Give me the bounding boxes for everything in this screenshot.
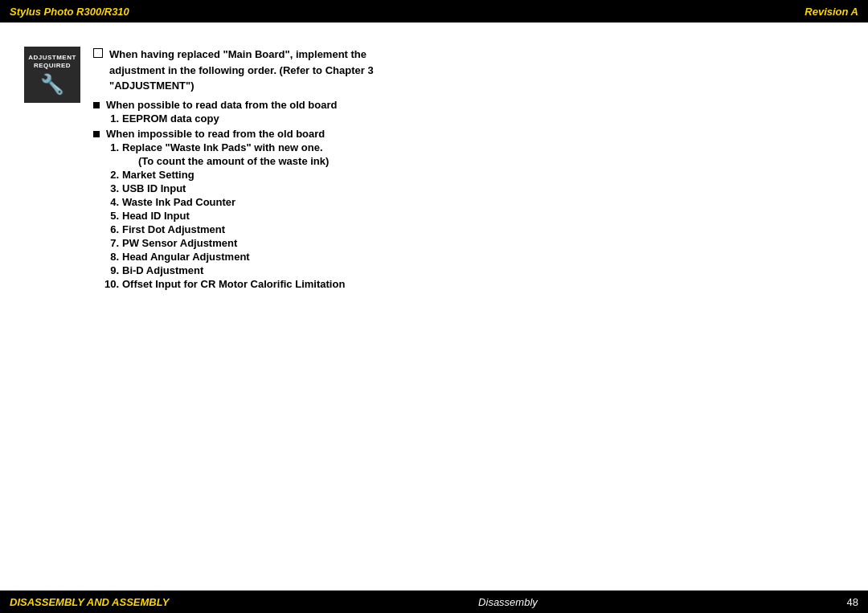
header-revision: Revision A bbox=[805, 6, 858, 18]
when-possible-bullet: When possible to read data from the old … bbox=[93, 99, 844, 111]
item-text: Replace "Waste Ink Pads" with new one. bbox=[122, 141, 323, 153]
adjustment-label-line2: REQUIRED bbox=[34, 62, 71, 70]
item-text: Offset Input for CR Motor Calorific Limi… bbox=[122, 278, 345, 290]
item-num: 7. bbox=[100, 237, 119, 249]
item-num: 2. bbox=[100, 169, 119, 181]
item-num: 1. bbox=[100, 141, 119, 153]
item-text: First Dot Adjustment bbox=[122, 223, 225, 235]
wrench-icon: 🔧 bbox=[40, 73, 65, 96]
intro-text: When having replaced "Main Board", imple… bbox=[109, 47, 374, 94]
list-item: 10.Offset Input for CR Motor Calorific L… bbox=[93, 278, 844, 290]
footer-section: DISASSEMBLY AND ASSEMBLY bbox=[10, 596, 169, 608]
list-item: 4.Waste Ink Pad Counter bbox=[93, 196, 844, 208]
list-item: 6.First Dot Adjustment bbox=[93, 223, 844, 235]
item-text: Waste Ink Pad Counter bbox=[122, 196, 235, 208]
item-num: 8. bbox=[100, 251, 119, 263]
item-num: 6. bbox=[100, 223, 119, 235]
bullet-square-icon bbox=[93, 102, 100, 108]
checkbox bbox=[93, 48, 103, 58]
intro-row: When having replaced "Main Board", imple… bbox=[93, 47, 844, 94]
list-item: 1.Replace "Waste Ink Pads" with new one. bbox=[93, 141, 844, 153]
item-num: 5. bbox=[100, 210, 119, 222]
item-num-1: 1. bbox=[100, 112, 119, 125]
intro-line2: adjustment in the following order. (Refe… bbox=[109, 63, 374, 79]
list-item: 7.PW Sensor Adjustment bbox=[93, 237, 844, 249]
list-item: 3.USB ID Input bbox=[93, 182, 844, 194]
adjustment-label-line1: ADJUSTMENT bbox=[28, 54, 76, 62]
footer-bar: DISASSEMBLY AND ASSEMBLY Disassembly 48 bbox=[0, 591, 868, 613]
bullet-square-icon-2 bbox=[93, 131, 100, 137]
item-text: Head Angular Adjustment bbox=[122, 251, 250, 263]
item-num: 10. bbox=[100, 278, 119, 290]
when-impossible-bullet: When impossible to read from the old boa… bbox=[93, 128, 844, 140]
list-item: 8.Head Angular Adjustment bbox=[93, 251, 844, 263]
numbered-items-container: 1.Replace "Waste Ink Pads" with new one.… bbox=[93, 141, 844, 290]
item-text: PW Sensor Adjustment bbox=[122, 237, 237, 249]
footer-chapter: Disassembly bbox=[478, 596, 538, 608]
item-text: Head ID Input bbox=[122, 210, 190, 222]
item-text: USB ID Input bbox=[122, 182, 186, 194]
main-text-area: When having replaced "Main Board", imple… bbox=[93, 47, 844, 292]
header-title: Stylus Photo R300/R310 bbox=[10, 6, 129, 18]
list-item: 5.Head ID Input bbox=[93, 210, 844, 222]
adjustment-section: ADJUSTMENT REQUIRED 🔧 When having replac… bbox=[24, 47, 844, 292]
main-content: ADJUSTMENT REQUIRED 🔧 When having replac… bbox=[0, 22, 868, 324]
item-num: 9. bbox=[100, 264, 119, 276]
item-num: 4. bbox=[100, 196, 119, 208]
list-item: 2.Market Setting bbox=[93, 169, 844, 181]
adjustment-required-icon: ADJUSTMENT REQUIRED 🔧 bbox=[24, 47, 80, 103]
footer-page: 48 bbox=[847, 596, 858, 608]
item-text: Bi-D Adjustment bbox=[122, 264, 203, 276]
when-impossible-text: When impossible to read from the old boa… bbox=[106, 128, 325, 140]
list-item-eeprom: 1. EEPROM data copy bbox=[93, 112, 844, 125]
item-text-1: EEPROM data copy bbox=[122, 112, 219, 125]
list-item: 9.Bi-D Adjustment bbox=[93, 264, 844, 276]
intro-line1: When having replaced "Main Board", imple… bbox=[109, 47, 374, 63]
when-possible-text: When possible to read data from the old … bbox=[106, 99, 337, 111]
list-item: (To count the amount of the waste ink) bbox=[93, 155, 844, 167]
item-num: 3. bbox=[100, 182, 119, 194]
intro-line3: "ADJUSTMENT") bbox=[109, 78, 374, 94]
item-text: Market Setting bbox=[122, 169, 194, 181]
header-bar: Stylus Photo R300/R310 Revision A bbox=[0, 0, 868, 22]
